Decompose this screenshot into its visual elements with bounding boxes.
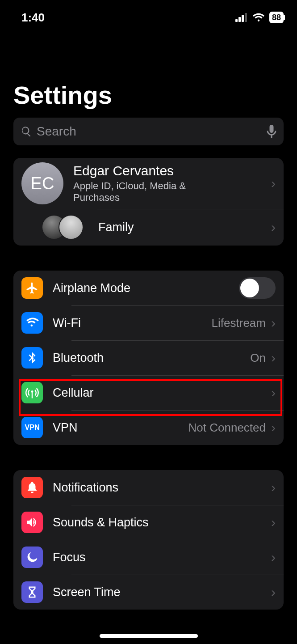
- vpn-row[interactable]: VPN VPN Not Connected ›: [13, 410, 284, 445]
- airplane-mode-row[interactable]: Airplane Mode: [13, 271, 284, 305]
- airplane-toggle[interactable]: [239, 277, 276, 299]
- apple-id-row[interactable]: EC Edgar Cervantes Apple ID, iCloud, Med…: [13, 158, 284, 209]
- moon-icon: [21, 547, 43, 568]
- family-label: Family: [98, 220, 271, 234]
- svg-rect-0: [235, 19, 238, 22]
- chevron-right-icon: ›: [271, 480, 276, 495]
- home-indicator[interactable]: [100, 634, 198, 638]
- network-group: Airplane Mode Wi-Fi Lifestream › Bluetoo…: [13, 271, 284, 445]
- wifi-icon: [252, 13, 265, 22]
- wifi-icon: [21, 312, 43, 334]
- family-row[interactable]: Family ›: [13, 209, 284, 246]
- speaker-icon: [21, 512, 43, 533]
- status-time: 1:40: [21, 11, 45, 25]
- vpn-value: Not Connected: [188, 421, 266, 435]
- chevron-right-icon: ›: [271, 315, 276, 330]
- airplane-icon: [21, 277, 43, 299]
- hourglass-icon: [21, 581, 43, 603]
- cellular-row[interactable]: Cellular ›: [13, 375, 284, 410]
- screentime-row[interactable]: Screen Time ›: [13, 575, 284, 610]
- chevron-right-icon: ›: [271, 515, 276, 530]
- antenna-icon: [21, 382, 43, 403]
- vpn-icon: VPN: [21, 417, 43, 438]
- bluetooth-icon: [21, 347, 43, 369]
- avatar: EC: [21, 162, 63, 204]
- profile-group: EC Edgar Cervantes Apple ID, iCloud, Med…: [13, 158, 284, 246]
- battery-indicator: 88: [269, 12, 284, 23]
- focus-row[interactable]: Focus ›: [13, 540, 284, 575]
- notifications-row[interactable]: Notifications ›: [13, 470, 284, 505]
- chevron-right-icon: ›: [271, 220, 276, 235]
- search-placeholder: Search: [37, 124, 262, 139]
- svg-rect-3: [245, 13, 247, 22]
- general-group: Notifications › Sounds & Haptics › Focus…: [13, 470, 284, 610]
- cellular-signal-icon: [235, 13, 248, 22]
- status-bar: 1:40 88: [0, 0, 297, 27]
- family-avatars: [40, 215, 85, 240]
- sounds-row[interactable]: Sounds & Haptics ›: [13, 505, 284, 540]
- chevron-right-icon: ›: [271, 420, 276, 435]
- microphone-icon[interactable]: [267, 125, 276, 138]
- svg-rect-2: [242, 15, 244, 22]
- profile-name: Edgar Cervantes: [73, 163, 271, 178]
- chevron-right-icon: ›: [271, 385, 276, 400]
- wifi-value: Lifestream: [212, 316, 266, 330]
- chevron-right-icon: ›: [271, 176, 276, 191]
- page-title: Settings: [0, 27, 297, 118]
- bluetooth-row[interactable]: Bluetooth On ›: [13, 340, 284, 375]
- chevron-right-icon: ›: [271, 585, 276, 600]
- svg-rect-1: [238, 17, 241, 22]
- profile-subtitle: Apple ID, iCloud, Media & Purchases: [73, 180, 234, 203]
- chevron-right-icon: ›: [271, 350, 276, 365]
- status-indicators: 88: [235, 12, 284, 23]
- bell-icon: [21, 477, 43, 498]
- search-icon: [21, 126, 32, 137]
- wifi-row[interactable]: Wi-Fi Lifestream ›: [13, 305, 284, 340]
- bluetooth-value: On: [250, 351, 266, 365]
- chevron-right-icon: ›: [271, 550, 276, 565]
- search-input[interactable]: Search: [13, 118, 284, 145]
